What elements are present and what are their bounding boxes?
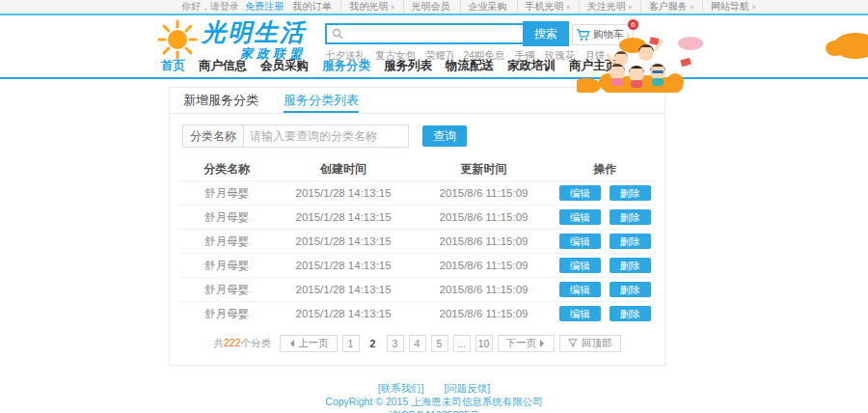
topbar-item-label: 客户服务 [649,0,688,14]
edit-button[interactable]: 编辑 [559,209,601,226]
filter-form: 分类名称 查询 [182,124,665,148]
delete-button[interactable]: 删除 [610,282,651,298]
page-button-3[interactable]: 3 [387,335,404,352]
created-time-cell: 2015/1/28 14:13:15 [275,308,413,319]
header-created-time: 创建时间 [275,161,413,178]
topbar-item-service[interactable]: 客户服务∨ [640,0,702,14]
site-logo[interactable]: 光明生活 家政联盟 [157,19,306,60]
edit-button[interactable]: 编辑 [559,234,601,250]
topbar-item-label: 手机光明 [526,0,564,14]
total-prefix: 共 [213,337,224,348]
feedback-link[interactable]: [问题反馈] [444,382,490,394]
chevron-down-icon: ∨ [751,4,756,10]
filter-label: 分类名称 [182,124,243,148]
updated-time-cell: 2015/8/6 11:15:09 [413,235,556,247]
nav-item-service-category[interactable]: 服务分类 [322,58,370,74]
topbar-item-label: 我的订单 [292,0,331,14]
category-table: 分类名称 创建时间 更新时间 操作 舒月母婴 2015/1/28 14:13:1… [179,157,655,325]
search-icon [332,28,343,40]
category-name-input[interactable] [243,124,409,148]
delete-button[interactable]: 删除 [610,258,651,274]
corner-cloud-decoration [833,33,868,59]
icp-number: 沪ICP备11025225号 [0,408,868,413]
next-page-label: 下一页 [506,337,537,350]
pagination: 共222个分类 上一页 1 2 3 4 5 ... 10 下一页 回顶部 [170,335,665,352]
prev-page-button[interactable]: 上一页 [280,335,338,352]
nav-item-home[interactable]: 首页 [161,58,185,74]
delete-button[interactable]: 删除 [610,306,651,322]
chevron-down-icon: ∨ [390,4,394,10]
topbar-item-label: 企业采购 [469,0,507,14]
nav-item-training[interactable]: 家政培训 [507,58,556,74]
nav-item-member-purchase[interactable]: 会员采购 [260,58,309,74]
edit-button[interactable]: 编辑 [559,185,601,202]
nav-item-service-list[interactable]: 服务列表 [384,58,432,74]
topbar-item-label: 网站导航 [711,0,749,14]
topbar-item-mobile[interactable]: 手机光明∨ [517,0,579,14]
nav-item-logistics[interactable]: 物流配送 [446,58,494,74]
header-actions: 操作 [555,161,655,178]
edit-button[interactable]: 编辑 [559,258,601,274]
funnel-icon [568,339,578,348]
delete-button[interactable]: 删除 [610,209,651,226]
edit-button[interactable]: 编辑 [559,282,601,298]
chevron-down-icon: ∨ [628,4,633,10]
contact-us-link[interactable]: [联系我们] [378,382,424,394]
tab-bar: 新增服务分类 服务分类列表 [170,88,665,114]
tab-add-category[interactable]: 新增服务分类 [183,88,258,113]
footer: [联系我们] [问题反馈] CopyRight © 2015 上海恩未司信息系统… [0,381,868,413]
page-button-5[interactable]: 5 [431,335,448,352]
page-ellipsis: ... [453,335,471,352]
main-nav: 首页 商户信息 会员采购 服务分类 服务列表 物流配送 家政培训 商户主页 [161,58,617,74]
category-name-cell: 舒月母婴 [179,186,275,201]
category-name-cell: 舒月母婴 [179,259,275,273]
page-button-2-current[interactable]: 2 [365,335,382,352]
cart-button[interactable]: 购物车 › 6 [572,24,634,45]
created-time-cell: 2015/1/28 14:13:15 [275,187,413,199]
topbar-item-member[interactable]: 光明会员 [403,0,460,14]
delete-button[interactable]: 删除 [610,185,651,202]
page-button-1[interactable]: 1 [342,335,360,352]
cart-icon [576,28,590,41]
edit-button[interactable]: 编辑 [559,306,601,322]
topbar-item-sitemap[interactable]: 网站导航∨ [702,0,764,14]
query-button[interactable]: 查询 [422,125,467,147]
category-name-cell: 舒月母婴 [179,234,275,249]
search-area: 搜索 七夕送礼 复古女包 荣耀7i 24期免息 手镯 玫瑰花 月饼 [325,23,605,63]
updated-time-cell: 2015/8/6 11:15:09 [413,211,556,223]
topbar-item-enterprise[interactable]: 企业采购 [460,0,517,14]
table-row: 舒月母婴 2015/1/28 14:13:15 2015/8/6 11:15:0… [179,277,655,301]
header: 光明生活 家政联盟 搜索 七夕送礼 复古女包 荣耀7i 24期免息 手镯 玫瑰花… [0,15,868,79]
table-header-row: 分类名称 创建时间 更新时间 操作 [179,157,655,180]
page-button-10[interactable]: 10 [475,335,493,352]
register-link[interactable]: 免费注册 [245,0,284,14]
total-count: 222 [224,337,241,348]
next-page-button[interactable]: 下一页 [498,335,556,352]
tab-category-list[interactable]: 服务分类列表 [284,88,359,113]
nav-item-merchant-info[interactable]: 商户信息 [199,58,247,74]
table-row: 舒月母婴 2015/1/28 14:13:15 2015/8/6 11:15:0… [179,301,655,325]
total-suffix: 个分类 [241,337,272,348]
page-button-4[interactable]: 4 [409,335,426,352]
delete-button[interactable]: 删除 [610,234,651,250]
prev-page-label: 上一页 [298,337,329,350]
category-name-cell: 舒月母婴 [179,283,275,297]
nav-item-merchant-home[interactable]: 商户主页 [569,58,617,74]
topbar: 你好，请登录 免费注册 我的订单 我的光明∨ 光明会员 企业采购 手机光明∨ 关… [0,0,868,15]
header-search-input[interactable] [347,27,523,41]
topbar-item-my-guangming[interactable]: 我的光明∨ [340,0,402,14]
back-to-top-button[interactable]: 回顶部 [559,335,621,352]
topbar-item-my-orders[interactable]: 我的订单 [285,0,340,14]
header-updated-time: 更新时间 [413,161,556,178]
table-row: 舒月母婴 2015/1/28 14:13:15 2015/8/6 11:15:0… [179,205,655,229]
copyright-text: CopyRight © 2015 上海恩未司信息系统有限公司 [0,395,868,408]
chevron-down-icon: ∨ [566,4,571,10]
content-panel: 新增服务分类 服务分类列表 分类名称 查询 分类名称 创建时间 更新时间 操作 … [169,87,665,366]
search-button[interactable]: 搜索 [523,21,569,46]
arrow-left-icon [286,340,294,347]
cart-arrow-icon: › [626,29,630,41]
topbar-item-follow[interactable]: 关注光明∨ [579,0,640,14]
table-row: 舒月母婴 2015/1/28 14:13:15 2015/8/6 11:15:0… [179,180,655,205]
created-time-cell: 2015/1/28 14:13:15 [275,284,413,295]
updated-time-cell: 2015/8/6 11:15:09 [413,284,556,295]
